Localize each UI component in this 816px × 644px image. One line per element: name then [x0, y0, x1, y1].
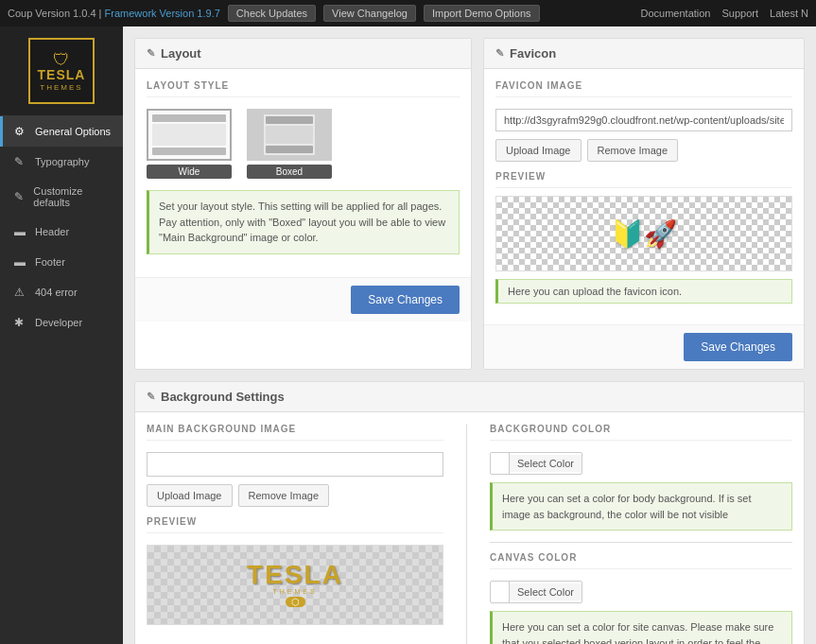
favicon-preview-box: 🔰🚀 [495, 196, 792, 271]
check-updates-button[interactable]: Check Updates [228, 5, 316, 22]
canvas-color-label: CANVAS COLOR [490, 552, 792, 569]
shield-icon: 🛡 [53, 51, 70, 68]
panels-row-1: ✎ Layout LAYOUT STYLE Wide [134, 38, 805, 370]
sidebar-nav: ⚙ General Options ✎ Typography ✎ Customi… [0, 116, 123, 644]
typography-icon: ✎ [14, 155, 27, 168]
background-right: BACKGROUND COLOR Select Color Here you c… [490, 424, 792, 644]
layout-panel-footer: Save Changes [135, 277, 471, 322]
background-panel-title: Background Settings [161, 390, 285, 404]
favicon-panel: ✎ Favicon FAVICON IMAGE Upload Image Rem… [483, 38, 805, 370]
layout-panel: ✎ Layout LAYOUT STYLE Wide [134, 38, 472, 370]
edit-icon: ✎ [147, 391, 155, 403]
tesla-logo-text: TESLA [247, 562, 343, 588]
layout-option-boxed[interactable]: Boxed [247, 109, 332, 179]
view-changelog-button[interactable]: View Changelog [323, 5, 416, 22]
favicon-upload-button[interactable]: Upload Image [495, 139, 582, 162]
background-panel-body: MAIN BACKGROUND IMAGE Upload Image Remov… [135, 412, 804, 644]
documentation-link[interactable]: Documentation [641, 8, 711, 19]
layout-panel-header: ✎ Layout [135, 39, 471, 69]
sidebar-item-404-error[interactable]: ⚠ 404 error [0, 277, 123, 307]
bg-color-swatch [491, 453, 510, 474]
bg-color-section: BACKGROUND COLOR Select Color Here you c… [490, 424, 792, 531]
edit-icon: ✎ [147, 47, 155, 60]
bg-color-hint: Here you can set a color for body backgr… [490, 482, 792, 531]
bg-preview-box: TESLA THEMES ⬡ [147, 545, 443, 625]
layout-panel-body: LAYOUT STYLE Wide [135, 69, 471, 277]
bg-buttons: Upload Image Remove Image [147, 484, 443, 507]
bg-preview-label: PREVIEW [147, 516, 443, 533]
bg-image-label: MAIN BACKGROUND IMAGE [147, 424, 443, 441]
header-icon: ▬ [14, 225, 27, 238]
canvas-color-section: CANVAS COLOR Select Color Here you can s… [490, 552, 792, 644]
sidebar-item-customize-defaults[interactable]: ✎ Customize defaults [0, 177, 123, 217]
main-layout: 🛡 TESLA THEMES ⚙ General Options ✎ Typog… [0, 26, 816, 644]
layout-styles: Wide Boxed [147, 109, 460, 179]
boxed-inner [264, 114, 316, 155]
bg-color-button[interactable]: Select Color [510, 455, 582, 472]
layout-boxed-label: Boxed [247, 165, 332, 179]
favicon-hint: Here you can upload the favicon icon. [495, 279, 792, 304]
logo-tesla-text: TESLA [38, 68, 86, 81]
bg-image-input[interactable] [147, 452, 443, 477]
background-left: MAIN BACKGROUND IMAGE Upload Image Remov… [147, 424, 443, 644]
sidebar-item-footer[interactable]: ▬ Footer [0, 247, 123, 277]
header-bar [152, 114, 226, 122]
error-icon: ⚠ [14, 286, 27, 299]
bg-color-button-wrap[interactable]: Select Color [490, 452, 582, 475]
sidebar-item-typography[interactable]: ✎ Typography [0, 147, 123, 177]
bg-remove-button[interactable]: Remove Image [238, 484, 330, 507]
content-area: ✎ Layout LAYOUT STYLE Wide [123, 26, 816, 644]
layout-info-box: Set your layout style. This setting will… [147, 190, 460, 254]
support-link[interactable]: Support [722, 8, 759, 19]
canvas-color-swatch [491, 582, 510, 602]
sidebar-item-label: Developer [35, 317, 82, 328]
customize-icon: ✎ [14, 190, 26, 203]
sidebar-item-general-options[interactable]: ⚙ General Options [0, 116, 123, 147]
layout-save-button[interactable]: Save Changes [351, 286, 460, 314]
logo-box: 🛡 TESLA THEMES [28, 38, 95, 104]
canvas-color-button[interactable]: Select Color [510, 583, 582, 600]
sidebar: 🛡 TESLA THEMES ⚙ General Options ✎ Typog… [0, 26, 123, 644]
favicon-buttons: Upload Image Remove Image [495, 139, 792, 162]
layout-preview-boxed [247, 109, 332, 161]
color-section-divider [490, 542, 792, 543]
favicon-save-button[interactable]: Save Changes [684, 333, 792, 361]
layout-preview-wide [147, 109, 232, 161]
sidebar-item-label: Customize defaults [33, 185, 112, 208]
vertical-divider [466, 424, 467, 644]
top-bar: Coup Version 1.0.4 | Framework Version 1… [0, 0, 816, 26]
sidebar-item-label: Header [35, 226, 69, 237]
layout-wide-label: Wide [147, 165, 232, 179]
gear-icon: ⚙ [14, 125, 27, 138]
favicon-panel-footer: Save Changes [484, 324, 804, 369]
bg-color-label: BACKGROUND COLOR [490, 424, 792, 441]
layout-option-wide[interactable]: Wide [147, 109, 232, 179]
sidebar-item-header[interactable]: ▬ Header [0, 217, 123, 247]
background-panel-header: ✎ Background Settings [135, 382, 804, 412]
canvas-color-button-wrap[interactable]: Select Color [490, 581, 582, 603]
tesla-logo-preview: TESLA THEMES ⬡ [247, 562, 343, 608]
bg-upload-button[interactable]: Upload Image [147, 484, 233, 507]
favicon-panel-body: FAVICON IMAGE Upload Image Remove Image … [484, 69, 804, 324]
sidebar-logo: 🛡 TESLA THEMES [0, 26, 123, 116]
favicon-url-input[interactable] [495, 109, 792, 131]
brand-version: Coup Version 1.0.4 | Framework Version 1… [8, 8, 220, 19]
sidebar-item-label: General Options [35, 126, 111, 137]
favicon-remove-button[interactable]: Remove Image [587, 139, 679, 162]
header-bar [266, 116, 314, 124]
developer-icon: ✱ [14, 316, 27, 329]
logo-themes-text: THEMES [40, 83, 82, 92]
sidebar-item-label: Typography [35, 156, 89, 167]
footer-bar [266, 146, 314, 153]
favicon-image-label: FAVICON IMAGE [495, 80, 792, 97]
footer-icon: ▬ [14, 255, 27, 269]
import-demo-button[interactable]: Import Demo Options [424, 5, 540, 22]
background-panel: ✎ Background Settings MAIN BACKGROUND IM… [134, 381, 805, 644]
content-bar [152, 124, 226, 146]
tesla-logo-themes: THEMES [247, 588, 343, 595]
tesla-logo-badge: ⬡ [286, 597, 305, 607]
latest-link[interactable]: Latest N [770, 8, 808, 19]
layout-panel-title: Layout [161, 46, 201, 61]
favicon-panel-header: ✎ Favicon [484, 39, 804, 69]
sidebar-item-developer[interactable]: ✱ Developer [0, 307, 123, 338]
